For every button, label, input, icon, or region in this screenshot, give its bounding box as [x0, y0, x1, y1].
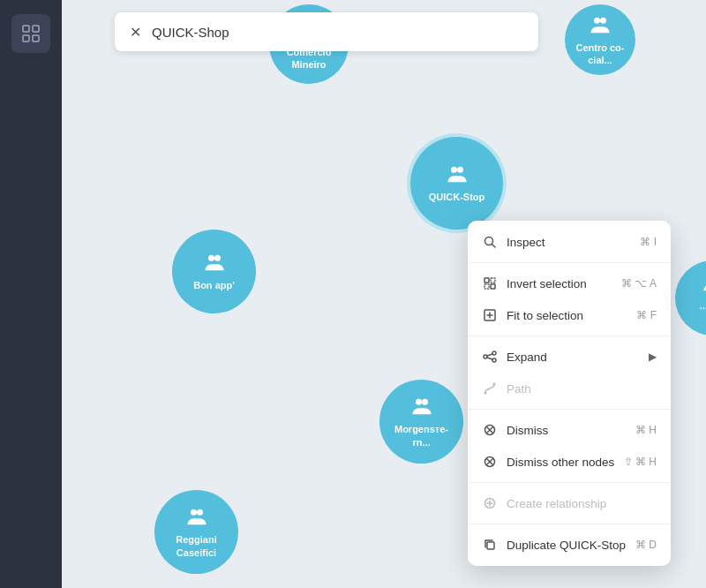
people-icon-quickstop [445, 162, 469, 187]
svg-line-29 [487, 358, 492, 359]
fit-shortcut: ⌘ F [636, 309, 657, 321]
svg-point-15 [422, 399, 428, 405]
invert-label: Invert selection [507, 277, 587, 290]
menu-item-invert[interactable]: Invert selection ⌘ ⌥ A [468, 268, 671, 299]
graph-view-button[interactable] [11, 14, 50, 53]
create-rel-icon [482, 495, 498, 511]
people-icon-morgen [409, 395, 434, 419]
dismiss-icon [482, 422, 498, 438]
path-icon [482, 381, 498, 396]
node-morgen-label: Morgensте-rn... [389, 423, 454, 449]
node-quickstop[interactable]: QUICK-Stop [410, 137, 503, 230]
menu-item-path: Path [468, 373, 671, 404]
node-reggiani[interactable]: ReggianiCaseifici [154, 490, 238, 574]
duplicate-shortcut: ⌘ D [635, 539, 657, 551]
inspect-icon [482, 234, 498, 250]
dismiss-other-icon [482, 454, 498, 470]
node-bonapp-label: Bon app' [188, 279, 240, 291]
svg-point-16 [191, 509, 197, 516]
svg-rect-1 [33, 26, 39, 32]
divider-4 [468, 482, 671, 483]
svg-rect-21 [491, 284, 495, 289]
divider-3 [468, 409, 671, 410]
create-rel-label: Create relationship [507, 497, 606, 510]
node-quickstop-label: QUICK-Stop [424, 191, 491, 203]
expand-icon [482, 349, 498, 365]
menu-item-expand[interactable]: Expand ▶ [468, 341, 671, 373]
svg-rect-0 [23, 26, 29, 32]
inspect-shortcut: ⌘ I [640, 236, 657, 248]
expand-label: Expand [507, 351, 547, 364]
svg-point-10 [208, 255, 214, 261]
dismiss-label: Dismiss [507, 424, 548, 437]
duplicate-label: Duplicate QUICK-Stop [507, 539, 626, 552]
inspect-label: Inspect [507, 236, 545, 249]
people-icon-bonapp [202, 251, 227, 275]
svg-line-19 [492, 245, 496, 248]
svg-point-31 [493, 383, 496, 386]
svg-rect-20 [484, 278, 489, 283]
svg-point-6 [594, 17, 600, 23]
node-right[interactable]: ...ro yllo [675, 260, 706, 335]
divider-2 [468, 335, 671, 336]
people-icon-right [701, 271, 707, 296]
graph-icon [20, 23, 41, 44]
menu-item-dismiss[interactable]: Dismiss ⌘ H [468, 414, 671, 446]
expand-arrow: ▶ [649, 351, 657, 363]
dismiss-shortcut: ⌘ H [635, 424, 657, 436]
people-icon-centro [588, 13, 612, 38]
svg-rect-41 [487, 542, 494, 549]
node-bonapp[interactable]: Bon app' [172, 230, 256, 313]
fit-icon [482, 307, 498, 323]
dismiss-other-label: Dismiss other nodes [507, 456, 614, 469]
invert-icon [482, 275, 498, 291]
svg-point-7 [600, 17, 606, 23]
menu-item-duplicate[interactable]: Duplicate QUICK-Stop ⌘ D [468, 529, 671, 561]
path-label: Path [507, 382, 531, 396]
svg-rect-3 [33, 35, 39, 41]
search-bar: ✕ QUICK-Shop [115, 12, 538, 51]
svg-point-11 [214, 255, 221, 261]
svg-rect-2 [23, 35, 29, 41]
svg-point-30 [484, 392, 487, 395]
canvas-area: ✕ QUICK-Shop ComércioMineiro Centro co-c… [62, 0, 706, 588]
node-right-label: ...ro yllo [695, 299, 706, 325]
svg-line-28 [487, 354, 492, 356]
svg-point-17 [197, 509, 203, 516]
menu-item-fit[interactable]: Fit to selection ⌘ F [468, 299, 671, 331]
menu-item-create-rel: Create relationship [468, 487, 671, 519]
search-clear-button[interactable]: ✕ [127, 24, 143, 40]
people-icon-reggiani [184, 505, 209, 530]
node-centro-label: Centro co-cial... [571, 41, 630, 67]
divider-5 [468, 524, 671, 524]
svg-point-8 [451, 167, 457, 173]
divider-1 [468, 262, 671, 263]
node-reggiani-label: ReggianiCaseifici [170, 533, 222, 559]
svg-rect-23 [484, 284, 489, 289]
fit-label: Fit to selection [507, 309, 583, 322]
invert-shortcut: ⌘ ⌥ A [621, 277, 657, 290]
menu-item-inspect[interactable]: Inspect ⌘ I [468, 226, 671, 258]
sidebar [0, 0, 62, 588]
context-menu: Inspect ⌘ I Invert selection ⌘ ⌥ A Fit t… [468, 221, 671, 566]
svg-rect-22 [491, 278, 495, 283]
duplicate-icon [482, 537, 498, 553]
node-centro[interactable]: Centro co-cial... [565, 4, 635, 75]
dismiss-other-shortcut: ⇧ ⌘ H [624, 456, 657, 468]
menu-item-dismiss-other[interactable]: Dismiss other nodes ⇧ ⌘ H [468, 446, 671, 478]
search-value: QUICK-Shop [152, 25, 229, 40]
svg-point-9 [457, 167, 463, 173]
svg-point-14 [416, 399, 422, 405]
node-morgen[interactable]: Morgensте-rn... [379, 380, 463, 464]
